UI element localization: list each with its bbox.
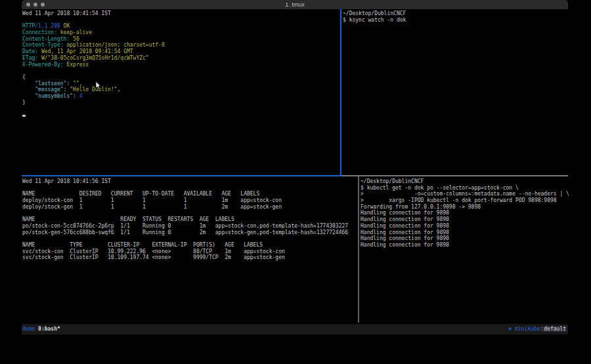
status-right: ☸ minikube:default (508, 324, 567, 334)
desktop: { "window": { "title": "1. tmux" }, "col… (0, 0, 591, 364)
terminal-line: NAME READY STATUS RESTARTS AGE LABELS (22, 216, 359, 223)
terminal-line: $ kubectl get -n dok po --selector=app=s… (361, 185, 569, 192)
terminal-line (22, 112, 341, 119)
kube-namespace: default (543, 326, 567, 332)
terminal-line: Content-Length: 56 (22, 36, 341, 43)
terminal-line: > -o=custom-columns=:metadata.name --no-… (361, 191, 569, 197)
pane-http-response[interactable]: Wed 11 Apr 2018 10:41:54 ISTHTTP/1.1 200… (22, 9, 341, 176)
terminal-line: { (22, 74, 341, 81)
terminal-line: $ ksync watch -n dok (343, 17, 569, 24)
window-titlebar[interactable]: 1. tmux (22, 0, 568, 9)
pane-kubectl-get[interactable]: Wed 11 Apr 2018 10:41:56 ISTNAME DESIRED… (22, 176, 359, 325)
terminal-line: Handling connection for 9898 (361, 235, 569, 242)
pane-ksync-watch[interactable]: ~/Desktop/DublinCNCF$ ksync watch -n dok (341, 9, 569, 176)
pane-port-forward[interactable]: ~/Desktop/DublinCNCF$ kubectl get -n dok… (359, 176, 569, 325)
terminal-line: svc/stock-gen ClusterIP 10.109.197.74 <n… (22, 254, 359, 261)
terminal-line: deploy/stock-gen 1 1 1 1 2m app=stock-ge… (22, 204, 359, 211)
terminal-line: Wed 11 Apr 2018 10:41:56 IST (22, 178, 359, 185)
terminal-line: } (22, 100, 341, 106)
pane-border-horizontal-active[interactable] (22, 175, 341, 176)
terminal-line: Connection: keep-alive (22, 30, 341, 36)
terminal-line: po/stock-gen-576cc688bb-swqf6 1/1 Runnin… (22, 230, 359, 236)
status-left: demo 0:bash* (22, 324, 60, 334)
terminal-line: svc/stock-con ClusterIP 10.99.222.96 <no… (22, 249, 359, 255)
terminal-line: ~/Desktop/DublinCNCF (343, 10, 569, 17)
terminal-line: Content-Type: application/json; charset=… (22, 42, 341, 49)
pane-border-horizontal[interactable] (341, 175, 568, 176)
terminal-cursor (22, 115, 26, 117)
terminal-line: ~/Desktop/DublinCNCF (361, 178, 569, 185)
terminal-line: Date: Wed, 11 Apr 2018 09:41:54 GMT (22, 49, 341, 55)
terminal-line: X-Powered-By: Express (22, 62, 341, 68)
terminal-line (22, 106, 341, 112)
terminal-line: Wed 11 Apr 2018 10:41:54 IST (22, 10, 341, 17)
terminal-line: Handling connection for 9898 (361, 210, 569, 216)
terminal-line: HTTP/1.1 200 OK (22, 23, 341, 30)
terminal-line: NAME TYPE CLUSTER-IP EXTERNAL-IP PORT(S)… (22, 242, 359, 249)
session-name: demo (22, 326, 35, 332)
terminal-line (22, 235, 359, 242)
terminal-line: Handling connection for 9898 (361, 230, 569, 236)
window-title: 1. tmux (22, 0, 568, 9)
terminal-line: "lastseen": "", (22, 81, 341, 87)
terminal-line: Handling connection for 9898 (361, 242, 569, 249)
terminal-line: ETag: W/"38-05coCsrg3mQ75sHr1d/qcWTwYZc" (22, 55, 341, 62)
terminal-line: > xargs -IPOD kubectl -n dok port-forwar… (361, 197, 569, 204)
terminal-line (22, 185, 359, 192)
mouse-pointer-icon (95, 81, 101, 90)
terminal-line: Forwarding from 127.0.0.1:9898 -> 9898 (361, 204, 569, 211)
kube-context: minikube (515, 326, 540, 332)
kubernetes-icon: ☸ (508, 326, 512, 332)
terminal-line: Handling connection for 9898 (361, 216, 569, 223)
pane-border-vertical-top[interactable] (340, 9, 341, 175)
terminal-line: "numsymbols": 4 (22, 93, 341, 100)
status-window-item[interactable]: 0:bash* (35, 326, 60, 332)
terminal-line: "message": "Hello Dublin!", (22, 87, 341, 93)
terminal-line (22, 210, 359, 216)
terminal-line (22, 68, 341, 74)
terminal-window: 1. tmux Wed 11 Apr 2018 10:41:54 ISTHTTP… (22, 0, 568, 334)
terminal-line: po/stock-con-5cc874766c-2p6rp 1/1 Runnin… (22, 223, 359, 230)
terminal-line: NAME DESIRED CURRENT UP-TO-DATE AVAILABL… (22, 191, 359, 197)
pane-border-vertical-bottom[interactable] (358, 176, 359, 323)
tmux-status-bar: demo 0:bash* ☸ minikube:default (22, 324, 568, 334)
terminal-line: deploy/stock-con 1 1 1 1 1m app=stock-co… (22, 197, 359, 204)
terminal-line: Handling connection for 9898 (361, 223, 569, 230)
terminal-line (22, 17, 341, 24)
